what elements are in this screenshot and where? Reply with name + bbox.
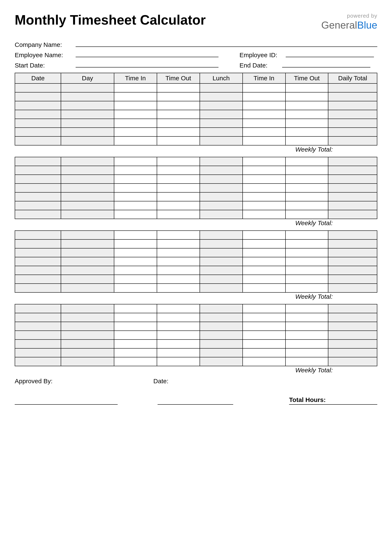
cell-time-out-1[interactable] xyxy=(157,201,200,210)
cell-time-in-2[interactable] xyxy=(243,313,285,322)
approved-by-signature[interactable] xyxy=(15,404,118,405)
cell-time-out-2[interactable] xyxy=(285,275,328,284)
cell-time-in-1[interactable] xyxy=(114,83,157,92)
cell-lunch[interactable] xyxy=(200,357,243,366)
cell-date[interactable] xyxy=(15,175,61,183)
cell-time-out-1[interactable] xyxy=(157,248,200,257)
cell-date[interactable] xyxy=(15,275,61,284)
cell-time-in-2[interactable] xyxy=(243,128,285,136)
cell-time-in-1[interactable] xyxy=(114,284,157,292)
cell-time-in-1[interactable] xyxy=(114,128,157,136)
cell-time-out-2[interactable] xyxy=(285,136,328,145)
cell-date[interactable] xyxy=(15,304,61,313)
cell-daily-total[interactable] xyxy=(328,357,377,366)
cell-date[interactable] xyxy=(15,340,61,348)
cell-daily-total[interactable] xyxy=(328,275,377,284)
cell-time-out-2[interactable] xyxy=(285,313,328,322)
cell-time-in-2[interactable] xyxy=(243,101,285,110)
cell-time-out-2[interactable] xyxy=(285,322,328,331)
cell-time-out-1[interactable] xyxy=(157,257,200,266)
cell-lunch[interactable] xyxy=(200,304,243,313)
cell-time-out-1[interactable] xyxy=(157,231,200,240)
cell-time-in-1[interactable] xyxy=(114,248,157,257)
cell-time-in-2[interactable] xyxy=(243,192,285,201)
cell-lunch[interactable] xyxy=(200,284,243,292)
cell-date[interactable] xyxy=(15,192,61,201)
employee-id-field[interactable] xyxy=(286,50,374,57)
cell-daily-total[interactable] xyxy=(328,183,377,192)
cell-time-out-1[interactable] xyxy=(157,192,200,201)
cell-day[interactable] xyxy=(61,248,114,257)
cell-time-out-2[interactable] xyxy=(285,157,328,166)
cell-daily-total[interactable] xyxy=(328,284,377,292)
cell-time-in-2[interactable] xyxy=(243,304,285,313)
cell-time-out-2[interactable] xyxy=(285,340,328,348)
cell-lunch[interactable] xyxy=(200,92,243,101)
cell-time-out-2[interactable] xyxy=(285,231,328,240)
cell-time-out-1[interactable] xyxy=(157,284,200,292)
cell-lunch[interactable] xyxy=(200,192,243,201)
cell-time-in-1[interactable] xyxy=(114,210,157,219)
cell-lunch[interactable] xyxy=(200,275,243,284)
cell-daily-total[interactable] xyxy=(328,128,377,136)
cell-time-out-2[interactable] xyxy=(285,284,328,292)
cell-daily-total[interactable] xyxy=(328,257,377,266)
cell-date[interactable] xyxy=(15,266,61,275)
cell-time-out-2[interactable] xyxy=(285,357,328,366)
cell-daily-total[interactable] xyxy=(328,101,377,110)
cell-day[interactable] xyxy=(61,348,114,357)
cell-time-out-1[interactable] xyxy=(157,340,200,348)
cell-day[interactable] xyxy=(61,240,114,248)
cell-daily-total[interactable] xyxy=(328,313,377,322)
cell-day[interactable] xyxy=(61,331,114,340)
cell-date[interactable] xyxy=(15,313,61,322)
cell-daily-total[interactable] xyxy=(328,266,377,275)
cell-lunch[interactable] xyxy=(200,157,243,166)
cell-time-in-1[interactable] xyxy=(114,257,157,266)
cell-time-out-2[interactable] xyxy=(285,210,328,219)
cell-time-in-2[interactable] xyxy=(243,257,285,266)
cell-lunch[interactable] xyxy=(200,257,243,266)
cell-time-out-2[interactable] xyxy=(285,304,328,313)
cell-time-out-1[interactable] xyxy=(157,313,200,322)
cell-daily-total[interactable] xyxy=(328,136,377,145)
cell-day[interactable] xyxy=(61,157,114,166)
cell-time-in-1[interactable] xyxy=(114,175,157,183)
cell-date[interactable] xyxy=(15,240,61,248)
cell-daily-total[interactable] xyxy=(328,92,377,101)
cell-time-in-2[interactable] xyxy=(243,248,285,257)
cell-date[interactable] xyxy=(15,257,61,266)
cell-daily-total[interactable] xyxy=(328,348,377,357)
cell-time-in-2[interactable] xyxy=(243,83,285,92)
cell-time-in-2[interactable] xyxy=(243,331,285,340)
cell-daily-total[interactable] xyxy=(328,231,377,240)
cell-lunch[interactable] xyxy=(200,231,243,240)
cell-time-out-2[interactable] xyxy=(285,240,328,248)
cell-daily-total[interactable] xyxy=(328,304,377,313)
cell-time-out-1[interactable] xyxy=(157,322,200,331)
cell-lunch[interactable] xyxy=(200,201,243,210)
cell-time-in-2[interactable] xyxy=(243,210,285,219)
cell-time-out-2[interactable] xyxy=(285,83,328,92)
cell-date[interactable] xyxy=(15,157,61,166)
cell-lunch[interactable] xyxy=(200,110,243,119)
cell-time-out-2[interactable] xyxy=(285,92,328,101)
cell-time-in-2[interactable] xyxy=(243,183,285,192)
company-name-field[interactable] xyxy=(76,40,377,47)
cell-time-out-1[interactable] xyxy=(157,157,200,166)
cell-date[interactable] xyxy=(15,110,61,119)
cell-date[interactable] xyxy=(15,92,61,101)
cell-time-in-2[interactable] xyxy=(243,357,285,366)
cell-time-in-1[interactable] xyxy=(114,348,157,357)
cell-day[interactable] xyxy=(61,128,114,136)
cell-day[interactable] xyxy=(61,92,114,101)
cell-time-in-1[interactable] xyxy=(114,357,157,366)
cell-date[interactable] xyxy=(15,284,61,292)
start-date-field[interactable] xyxy=(76,60,219,67)
cell-time-in-1[interactable] xyxy=(114,157,157,166)
cell-date[interactable] xyxy=(15,101,61,110)
cell-time-out-1[interactable] xyxy=(157,275,200,284)
cell-daily-total[interactable] xyxy=(328,119,377,128)
cell-daily-total[interactable] xyxy=(328,331,377,340)
cell-time-out-1[interactable] xyxy=(157,110,200,119)
